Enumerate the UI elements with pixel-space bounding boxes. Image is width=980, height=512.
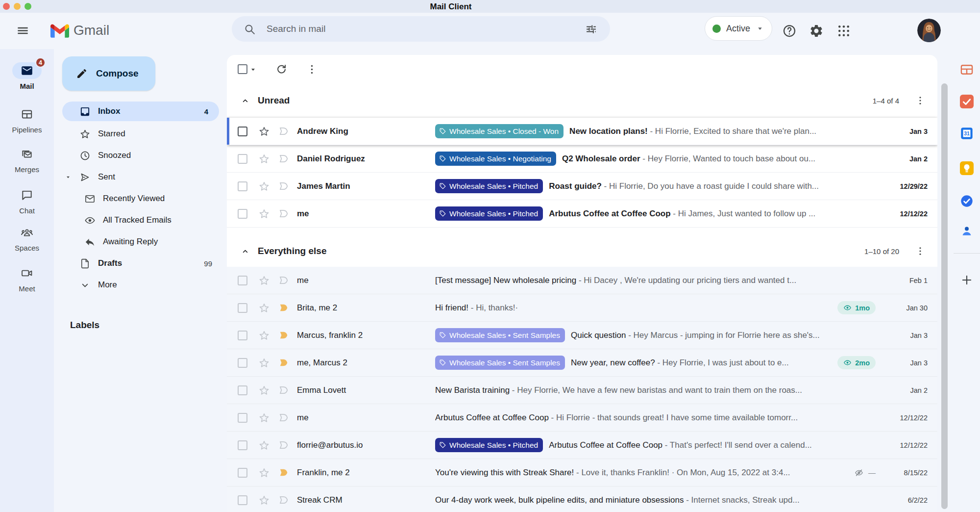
email-row[interactable]: me[Test message] New wholesale pricing -… — [227, 267, 937, 294]
calendar-icon[interactable]: 31 — [960, 127, 974, 140]
rail-item-chat[interactable]: Chat — [0, 187, 54, 215]
email-row[interactable]: Franklin, me 2You're viewing this with S… — [227, 459, 937, 486]
star-icon[interactable] — [258, 439, 270, 451]
search-bar[interactable]: Search in mail — [232, 16, 610, 42]
sidebar-item-drafts[interactable]: Drafts99 — [54, 253, 223, 274]
streak-pipelines-icon[interactable] — [960, 63, 974, 77]
star-icon[interactable] — [258, 412, 270, 424]
expander-caret-icon[interactable] — [65, 174, 72, 180]
get-addons-icon[interactable] — [960, 274, 973, 286]
rail-item-mail[interactable]: 4Mail — [0, 62, 54, 90]
sidebar-item-starred[interactable]: Starred — [54, 123, 223, 145]
email-row[interactable]: Daniel RodriguezWholesale Sales • Negoti… — [227, 145, 937, 173]
importance-marker-icon[interactable] — [277, 302, 291, 313]
importance-marker-icon[interactable] — [277, 153, 291, 164]
pipeline-stage-label[interactable]: Wholesale Sales • Closed - Won — [435, 124, 564, 138]
sidebar-item-more[interactable]: More — [54, 274, 223, 296]
select-caret-icon[interactable] — [249, 65, 257, 74]
email-row[interactable]: meWholesale Sales • PitchedArbutus Coffe… — [227, 200, 937, 228]
tasks-icon[interactable] — [960, 194, 974, 208]
gmail-logo[interactable]: Gmail — [50, 23, 109, 38]
list-scrollbar[interactable] — [941, 83, 948, 509]
importance-marker-icon[interactable] — [277, 467, 291, 478]
importance-marker-icon[interactable] — [277, 330, 291, 341]
star-icon[interactable] — [258, 302, 270, 314]
apps-grid-icon[interactable] — [836, 24, 851, 38]
rail-item-meet[interactable]: Meet — [0, 265, 54, 293]
star-icon[interactable] — [258, 180, 270, 192]
email-row[interactable]: James MartinWholesale Sales • PitchedRoa… — [227, 173, 937, 200]
email-row[interactable]: me, Marcus 2Wholesale Sales • Sent Sampl… — [227, 349, 937, 377]
search-options-icon[interactable] — [585, 23, 597, 35]
refresh-icon[interactable] — [275, 63, 288, 76]
row-checkbox[interactable] — [238, 440, 247, 450]
importance-marker-icon[interactable] — [277, 126, 291, 137]
collapse-section-icon[interactable] — [241, 247, 249, 256]
star-icon[interactable] — [258, 384, 270, 396]
tracking-viewed-badge[interactable]: 1mo — [837, 301, 876, 314]
email-row[interactable]: meArbutus Coffee at Coffee Coop - Hi Flo… — [227, 404, 937, 432]
status-dropdown[interactable]: Active — [705, 16, 772, 41]
row-checkbox[interactable] — [238, 495, 247, 505]
section-menu-icon[interactable] — [915, 246, 926, 256]
collapse-section-icon[interactable] — [241, 97, 249, 105]
hamburger-menu-icon[interactable] — [16, 24, 29, 37]
sidebar-item-sent[interactable]: Sent — [54, 166, 223, 188]
email-row[interactable]: Streak CRMOur 4-day work week, bulk pipe… — [227, 486, 937, 512]
pipeline-stage-label[interactable]: Wholesale Sales • Sent Samples — [435, 328, 565, 342]
rail-item-merges[interactable]: Merges — [0, 146, 54, 174]
row-checkbox[interactable] — [238, 154, 247, 164]
sidebar-item-snoozed[interactable]: Snoozed — [54, 145, 223, 166]
pipeline-stage-label[interactable]: Wholesale Sales • Pitched — [435, 179, 543, 193]
avatar[interactable] — [917, 19, 941, 42]
row-checkbox[interactable] — [238, 358, 247, 368]
tracking-unviewed-badge[interactable]: — — [854, 468, 876, 478]
star-icon[interactable] — [258, 153, 270, 165]
tracking-viewed-badge[interactable]: 2mo — [837, 356, 876, 369]
sidebar-item-recently-viewed[interactable]: Recently Viewed — [54, 188, 223, 209]
search-input[interactable]: Search in mail — [267, 24, 585, 34]
streak-icon[interactable] — [960, 95, 974, 108]
keep-icon[interactable] — [960, 161, 974, 175]
section-menu-icon[interactable] — [915, 95, 926, 106]
star-icon[interactable] — [258, 330, 270, 341]
settings-gear-icon[interactable] — [809, 24, 824, 38]
row-checkbox[interactable] — [238, 181, 247, 191]
importance-marker-icon[interactable] — [277, 412, 291, 423]
email-row[interactable]: Andrew KingWholesale Sales • Closed - Wo… — [227, 118, 937, 145]
row-checkbox[interactable] — [238, 331, 247, 340]
rail-item-pipelines[interactable]: Pipelines — [0, 106, 54, 134]
row-checkbox[interactable] — [238, 385, 247, 395]
help-icon[interactable] — [782, 24, 797, 38]
rail-item-spaces[interactable]: Spaces — [0, 224, 54, 252]
star-icon[interactable] — [258, 494, 270, 506]
pipeline-stage-label[interactable]: Wholesale Sales • Sent Samples — [435, 356, 565, 370]
compose-button[interactable]: Compose — [62, 56, 155, 91]
star-icon[interactable] — [258, 126, 270, 137]
pipeline-stage-label[interactable]: Wholesale Sales • Pitched — [435, 438, 543, 452]
star-icon[interactable] — [258, 275, 270, 286]
select-all-checkbox[interactable] — [238, 64, 247, 74]
email-row[interactable]: Emma LovettNew Barista training - Hey Fl… — [227, 377, 937, 404]
importance-marker-icon[interactable] — [277, 439, 291, 451]
row-checkbox[interactable] — [238, 413, 247, 423]
row-checkbox[interactable] — [238, 303, 247, 313]
star-icon[interactable] — [258, 357, 270, 369]
contacts-icon[interactable] — [960, 224, 974, 238]
star-icon[interactable] — [258, 467, 270, 479]
email-row[interactable]: Marcus, franklin 2Wholesale Sales • Sent… — [227, 322, 937, 349]
search-icon[interactable] — [244, 23, 256, 35]
pipeline-stage-label[interactable]: Wholesale Sales • Pitched — [435, 206, 543, 221]
importance-marker-icon[interactable] — [277, 357, 291, 368]
star-icon[interactable] — [258, 208, 270, 220]
sidebar-item-inbox[interactable]: Inbox4 — [62, 102, 219, 121]
pipeline-stage-label[interactable]: Wholesale Sales • Negotiating — [435, 152, 556, 166]
importance-marker-icon[interactable] — [277, 180, 291, 192]
row-checkbox[interactable] — [238, 468, 247, 478]
importance-marker-icon[interactable] — [277, 275, 291, 286]
email-row[interactable]: Brita, me 2Hi friend! - Hi, thanks!·1moJ… — [227, 294, 937, 322]
more-options-icon[interactable] — [306, 63, 318, 76]
importance-marker-icon[interactable] — [277, 494, 291, 506]
sidebar-item-all-tracked-emails[interactable]: All Tracked Emails — [54, 209, 223, 231]
row-checkbox[interactable] — [238, 276, 247, 285]
